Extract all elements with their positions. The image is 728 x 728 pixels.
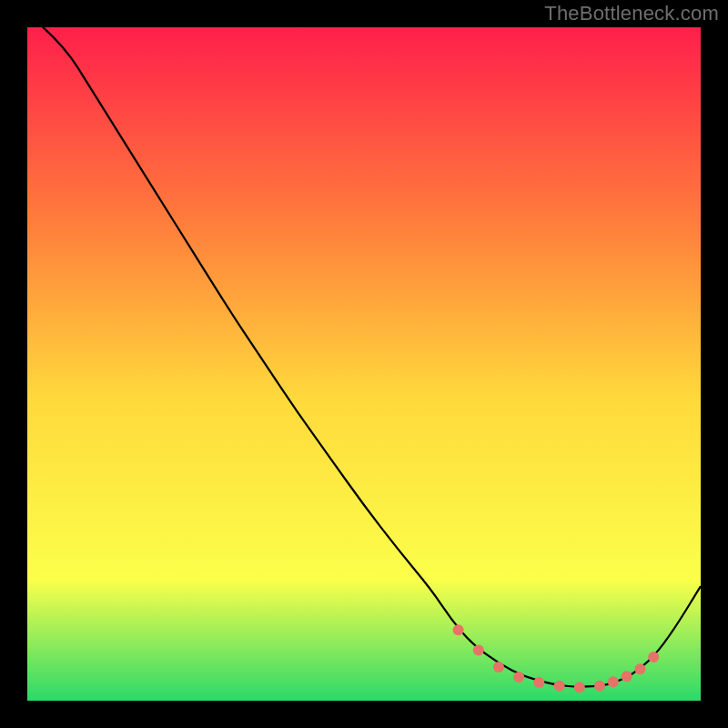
sweet-spot-dot	[608, 676, 619, 687]
sweet-spot-dot	[622, 671, 632, 682]
sweet-spot-dot	[574, 682, 585, 693]
sweet-spot-dot	[533, 677, 544, 688]
sweet-spot-dot	[634, 663, 645, 674]
sweet-spot-dot	[554, 681, 565, 692]
sweet-spot-dot	[493, 662, 504, 672]
chart-frame: TheBottleneck.com	[0, 0, 728, 728]
sweet-spot-dot	[473, 645, 484, 656]
gradient-background	[27, 27, 701, 701]
watermark-text: TheBottleneck.com	[544, 2, 719, 25]
plot-area	[27, 27, 701, 701]
sweet-spot-dot	[648, 652, 659, 662]
sweet-spot-dot	[453, 624, 464, 635]
sweet-spot-dot	[594, 681, 605, 692]
sweet-spot-dot	[513, 672, 524, 682]
chart-svg	[27, 27, 701, 701]
